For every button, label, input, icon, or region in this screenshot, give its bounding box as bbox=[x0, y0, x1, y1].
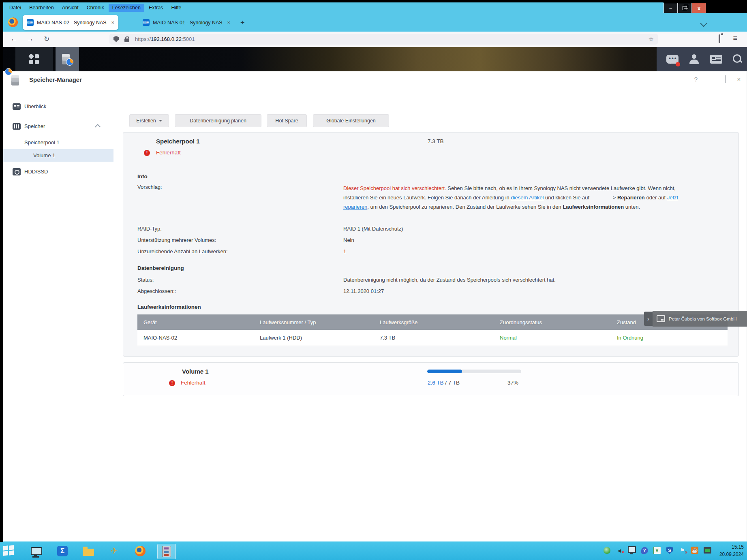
notifications-icon[interactable]: ••• bbox=[666, 55, 679, 64]
bookmark-star-icon[interactable]: ☆ bbox=[649, 36, 654, 43]
url-bar[interactable]: https://192.168.0.22:5001 ☆ bbox=[109, 34, 658, 45]
sidebar-item-speicher[interactable]: Speicher bbox=[3, 120, 113, 133]
taskbar-firefox-button[interactable] bbox=[131, 544, 149, 558]
insufficient-drives-value: 1 bbox=[343, 248, 346, 254]
desktop-corner bbox=[706, 2, 747, 13]
widgets-icon[interactable] bbox=[710, 55, 722, 64]
taskbar-file-explorer-button[interactable] bbox=[79, 544, 97, 558]
java-icon[interactable]: ☕ bbox=[691, 546, 699, 554]
overlay-collapse-arrow[interactable]: › bbox=[644, 312, 653, 326]
network-icon[interactable] bbox=[628, 546, 636, 554]
user-account-icon[interactable] bbox=[689, 54, 700, 64]
help-button[interactable]: ? bbox=[691, 76, 700, 83]
app-menu-icon[interactable]: ≡ bbox=[733, 34, 737, 42]
window-restore-button[interactable] bbox=[721, 76, 730, 83]
hot-spare-button[interactable]: Hot Spare bbox=[267, 114, 307, 127]
url-port: :5001 bbox=[182, 36, 195, 42]
tab-close-icon[interactable]: × bbox=[111, 19, 115, 26]
pool-status: Fehlerhaft bbox=[156, 150, 181, 156]
menu-ansicht[interactable]: Ansicht bbox=[58, 4, 82, 12]
volume-percent: 37% bbox=[507, 380, 518, 386]
taskbar-clock[interactable]: 15:15 20.09.2024 bbox=[719, 543, 744, 558]
help-balloon-icon[interactable]: ? bbox=[640, 546, 649, 554]
dsm-storage-manager-task-button[interactable] bbox=[56, 47, 79, 71]
s-shield-icon[interactable]: S bbox=[666, 546, 674, 554]
tracking-shield-icon[interactable] bbox=[113, 36, 119, 42]
tab-maio-nas-01[interactable]: DSM MAIO-NAS-01 - Synology NAS × bbox=[139, 15, 234, 30]
dsm-favicon: DSM bbox=[27, 19, 34, 26]
dsm-search-icon[interactable] bbox=[733, 54, 743, 64]
window-minimize-button[interactable]: — bbox=[706, 76, 715, 83]
sidebar-item-label: Speicher bbox=[24, 123, 45, 129]
dsm-main-menu-button[interactable] bbox=[15, 47, 53, 71]
globale-einstellungen-button[interactable]: Globale Einstellungen bbox=[313, 114, 389, 127]
pool-title: Speicherpool 1 bbox=[156, 138, 200, 145]
menu-chronik[interactable]: Chronik bbox=[83, 4, 108, 12]
forward-icon[interactable]: → bbox=[27, 35, 34, 43]
taskbar-app-sigma-button[interactable]: Σ bbox=[54, 544, 71, 558]
restore-icon bbox=[683, 6, 687, 10]
volume-muted-icon[interactable]: ◄× bbox=[615, 546, 623, 554]
remote-session-overlay: Petar Čubela von Softbox GmbH bbox=[653, 311, 747, 327]
volume-status: Fehlerhaft bbox=[181, 380, 205, 386]
extensions-puzzle-icon[interactable] bbox=[719, 35, 720, 43]
tab-list-chevron-icon[interactable] bbox=[700, 20, 707, 27]
reload-icon[interactable]: ↻ bbox=[44, 35, 49, 43]
url-text[interactable]: https://192.168.0.22:5001 bbox=[135, 36, 195, 42]
url-host: 192.168.0.22 bbox=[151, 36, 182, 42]
minimize-button[interactable]: – bbox=[664, 3, 678, 13]
screen-share-icon bbox=[657, 315, 665, 322]
scrub-completed-value: 12.11.2020 01:27 bbox=[343, 288, 384, 294]
button-label: Hot Spare bbox=[275, 118, 298, 124]
tab-maio-nas-02[interactable]: DSM MAIO-NAS-02 - Synology NAS × bbox=[23, 15, 118, 30]
start-button[interactable] bbox=[3, 545, 15, 556]
drive-table-row[interactable]: MAIO-NAS-02 Laufwerk 1 (HDD) 7.3 TB Norm… bbox=[137, 330, 728, 346]
button-label: Datenbereinigung planen bbox=[190, 118, 246, 124]
new-tab-button[interactable]: + bbox=[240, 19, 245, 27]
collapse-chevron-icon[interactable] bbox=[95, 124, 101, 130]
cell-drive-number: Laufwerk 1 (HDD) bbox=[254, 335, 374, 341]
volume-used[interactable]: 2.6 TB bbox=[428, 380, 444, 386]
lock-icon[interactable] bbox=[124, 38, 129, 42]
menu-extras[interactable]: Extras bbox=[145, 4, 167, 12]
tray-green-app-icon[interactable] bbox=[603, 546, 611, 554]
menu-lesezeichen[interactable]: Lesezeichen bbox=[109, 4, 144, 12]
window-close-button[interactable]: × bbox=[734, 76, 743, 83]
action-center-flag-icon[interactable]: ⚑× bbox=[678, 546, 686, 554]
taskbar-mail-button[interactable]: ✈ bbox=[105, 544, 123, 558]
restore-button[interactable] bbox=[678, 3, 692, 13]
sidebar-item-ueberblick[interactable]: Überblick bbox=[3, 100, 113, 113]
storage-manager-titlebar[interactable]: Speicher-Manager ? — × bbox=[3, 71, 747, 89]
menu-datei[interactable]: Datei bbox=[6, 4, 25, 12]
cabinet-app-icon bbox=[162, 546, 171, 557]
sidebar-item-hdd-ssd[interactable]: HDD/SSD bbox=[3, 165, 113, 178]
close-button[interactable]: x bbox=[692, 3, 706, 13]
browser-navbar: ← → ↻ https://192.168.0.22:5001 ☆ ≡ bbox=[3, 32, 747, 47]
menu-hilfe[interactable]: Hilfe bbox=[167, 4, 185, 12]
volume-card[interactable]: Volume 1 ! Fehlerhaft 2.6 TB / 7 TB 37% bbox=[123, 362, 739, 396]
sidebar-item-speicherpool-1[interactable]: Speicherpool 1 bbox=[3, 136, 113, 149]
datenbereinigung-planen-button[interactable]: Datenbereinigung planen bbox=[175, 114, 261, 127]
firefox-window: Datei Bearbeiten Ansicht Chronik Lesezei… bbox=[3, 2, 747, 542]
datenbereinigung-heading: Datenbereinigung bbox=[137, 265, 184, 271]
v-app-icon[interactable]: V bbox=[653, 546, 661, 554]
window-controls: – x bbox=[664, 2, 706, 13]
cell-drive-size: 7.3 TB bbox=[374, 335, 494, 341]
folder-icon bbox=[83, 549, 94, 556]
taskbar-active-app-button[interactable] bbox=[157, 544, 176, 559]
sidebar: Überblick Speicher Speicherpool 1 Volume… bbox=[3, 89, 119, 542]
firefox-icon[interactable] bbox=[8, 17, 18, 27]
remote-session-name: Petar Čubela von Softbox GmbH bbox=[669, 316, 736, 321]
desktop-edge bbox=[0, 0, 747, 2]
tab-close-icon[interactable]: × bbox=[227, 19, 231, 26]
vorschlag-text: Dieser Speicherpool hat sich verschlecht… bbox=[343, 184, 702, 212]
system-tray: ◄× ? V S ⚑× ☕ bbox=[603, 546, 711, 554]
taskbar-computer-button[interactable] bbox=[28, 544, 45, 558]
erstellen-button[interactable]: Erstellen bbox=[129, 114, 169, 127]
sidebar-item-volume-1[interactable]: Volume 1 bbox=[3, 149, 113, 162]
display-icon[interactable] bbox=[703, 546, 711, 554]
restore-icon bbox=[725, 75, 726, 83]
error-icon: ! bbox=[169, 380, 175, 386]
back-icon[interactable]: ← bbox=[11, 35, 17, 43]
menu-bearbeiten[interactable]: Bearbeiten bbox=[26, 4, 57, 12]
